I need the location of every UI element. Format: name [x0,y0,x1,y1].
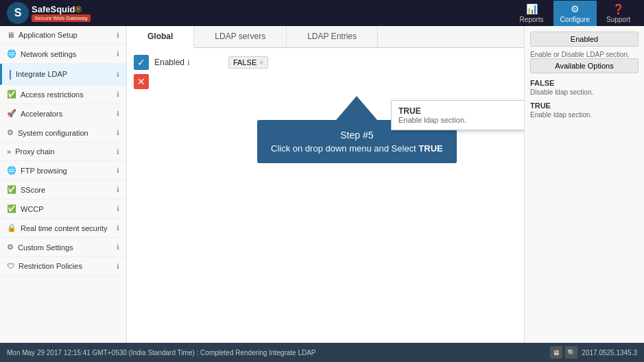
help-icon-7: ℹ [117,167,119,174]
proxy-icon: » [7,147,11,156]
logo: S SafeSquid® Secure Web Gateway [7,2,91,24]
dropdown-true-desc: Enable ldap section. [398,116,524,124]
true-section: TRUE Enable ldap section. [530,101,639,119]
accelerators-icon: 🚀 [7,109,16,118]
sidebar-item-accelerators[interactable]: 🚀 Accelerators ℹ [0,104,126,123]
tooltip-line2: Click on drop down menu and Select TRUE [271,143,443,154]
custom-icon: ⚙ [7,243,14,252]
nav-support[interactable]: ❓ Support [599,1,637,26]
version-text: 2017.0525.1345.3 [582,349,637,357]
cancel-form-row: ✕ [134,74,517,89]
right-panel: Enabled Enable or Disable LDAP section. … [524,26,644,343]
restriction-icon: 🛡 [7,262,14,270]
x-button[interactable]: ✕ [134,74,149,89]
status-icon-1[interactable]: 🖥 [550,346,562,359]
tab-global[interactable]: Global [127,26,194,48]
sidebar-item-wccp[interactable]: ✅ WCCP ℹ [0,200,126,219]
tooltip-line1: Step #5 [271,130,443,141]
help-icon-10: ℹ [117,224,119,232]
sidebar-item-sscore[interactable]: ✅ SScore ℹ [0,180,126,200]
sidebar-item-proxy-chain[interactable]: » Proxy chain ℹ [0,143,126,161]
ldap-icon: | [9,69,12,80]
enabled-value-tag[interactable]: FALSE × [228,56,268,69]
help-icon-8: ℹ [117,186,119,193]
sidebar-item-integrate-ldap[interactable]: | Integrate LDAP ℹ [0,64,126,85]
dropdown-option-true[interactable]: TRUE Enable ldap section. [392,101,524,130]
dropdown-true-label: TRUE [398,106,524,116]
status-bar: Mon May 29 2017 12:15:41 GMT+0530 (India… [0,343,644,362]
sscore-icon: ✅ [7,185,16,194]
help-icon-9: ℹ [117,205,119,213]
sidebar: 🖥 Application Setup ℹ 🌐 Network settings… [0,26,127,343]
help-icon-2: ℹ [117,71,119,78]
dropdown-menu[interactable]: TRUE Enable ldap section. [391,100,524,130]
sidebar-item-ftp-browsing[interactable]: 🌐 FTP browsing ℹ [0,161,126,180]
enable-disable-desc: Enable or Disable LDAP section. [530,51,639,58]
sidebar-item-network-settings[interactable]: 🌐 Network settings ℹ [0,45,126,64]
sidebar-item-realtime-content[interactable]: 🔒 Real time content security ℹ [0,219,126,238]
configure-icon: ⚙ [571,3,580,14]
available-options-btn[interactable]: Available Options [530,58,639,73]
help-icon-3: ℹ [117,90,119,98]
reports-icon: 📊 [526,3,538,14]
status-text: Mon May 29 2017 12:15:41 GMT+0530 (India… [7,349,316,357]
check-icon: ✓ [134,55,149,70]
tab-ldap-entries[interactable]: LDAP Entries [287,26,378,47]
false-label: FALSE [530,79,639,87]
enabled-panel-btn[interactable]: Enabled [530,32,639,47]
content-tabs: Global LDAP servers LDAP Entries [127,26,524,48]
nav-reports[interactable]: 📊 Reports [513,1,551,26]
logo-icon: S [7,2,29,24]
sidebar-item-custom-settings[interactable]: ⚙ Custom Settings ℹ [0,238,126,257]
help-icon-1: ℹ [117,50,119,58]
status-icons: 🖥 🔍 [550,346,577,359]
status-icon-2[interactable]: 🔍 [565,346,577,359]
sidebar-item-application-setup[interactable]: 🖥 Application Setup ℹ [0,26,126,45]
tab-ldap-servers[interactable]: LDAP servers [194,26,287,47]
logo-subtitle: Secure Web Gateway [32,14,91,22]
true-label: TRUE [530,101,639,110]
false-section: FALSE Disable ldap section. [530,79,639,96]
sidebar-item-restriction-policies[interactable]: 🛡 Restriction Policies ℹ [0,257,126,276]
wccp-icon: ✅ [7,204,16,213]
sidebar-item-access-restrictions[interactable]: ✅ Access restrictions ℹ [0,85,126,104]
enabled-form-row: ✓ Enabled ℹ FALSE × [134,55,517,70]
true-desc: Enable ldap section. [530,111,639,119]
help-icon-5: ℹ [117,129,119,136]
enabled-help-icon: ℹ [187,59,190,67]
logo-name: SafeSquid® [32,4,91,14]
ftp-icon: 🌐 [7,166,16,175]
help-icon-0: ℹ [117,32,119,39]
application-setup-icon: 🖥 [7,31,14,39]
tag-close-icon[interactable]: × [259,59,263,67]
help-icon-4: ℹ [117,110,119,117]
content-area: Global LDAP servers LDAP Entries ✓ Enabl… [127,26,524,343]
support-icon: ❓ [612,3,624,14]
tooltip-arrow [336,96,377,120]
enabled-label: Enabled ℹ [154,58,223,67]
header: S SafeSquid® Secure Web Gateway 📊 Report… [0,0,644,26]
sidebar-item-system-config[interactable]: ⚙ System configuration ℹ [0,123,126,143]
header-nav: 📊 Reports ⚙ Configure ❓ Support [513,1,637,26]
main-layout: 🖥 Application Setup ℹ 🌐 Network settings… [0,26,644,343]
help-icon-6: ℹ [117,148,119,156]
status-version-area: 🖥 🔍 2017.0525.1345.3 [550,346,637,359]
help-icon-11: ℹ [117,243,119,251]
realtime-icon: 🔒 [7,224,16,232]
help-icon-12: ℹ [117,263,119,270]
access-icon: ✅ [7,90,16,99]
network-icon: 🌐 [7,49,16,58]
content-body: ✓ Enabled ℹ FALSE × ✕ TRUE E [127,48,524,100]
false-desc: Disable ldap section. [530,88,639,96]
sysconfig-icon: ⚙ [7,128,14,137]
nav-configure[interactable]: ⚙ Configure [553,1,597,26]
